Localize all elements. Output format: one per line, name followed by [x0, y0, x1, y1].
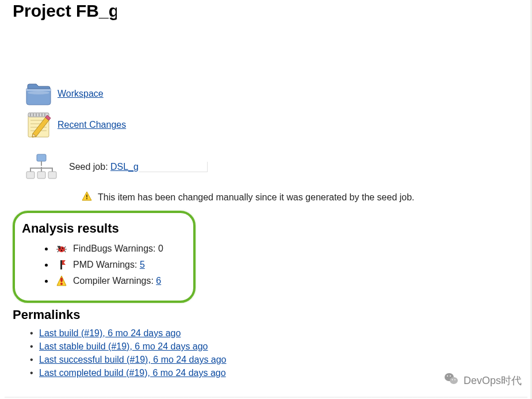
svg-point-21 [62, 248, 63, 249]
permalink-item: Last stable build (#19), 6 mo 24 days ag… [39, 341, 518, 352]
svg-point-0 [28, 91, 49, 94]
analysis-item-findbugs: FindBugs Warnings: 0 [45, 243, 183, 254]
page-title-text: Project FB_g [13, 1, 119, 20]
decorative-shadow [5, 397, 527, 398]
svg-rect-17 [86, 195, 87, 197]
permalinks-heading: Permalinks [13, 307, 518, 322]
notepad-icon [24, 111, 53, 139]
bullet-icon [45, 264, 48, 267]
findbugs-icon [56, 243, 67, 254]
title-redacted-mask [117, 3, 422, 21]
pmd-label: PMD Warnings: [73, 260, 140, 269]
analysis-list: FindBugs Warnings: 0 PMD Warnings: 5 [22, 243, 183, 287]
analysis-item-text: Compiler Warnings: 6 [73, 276, 161, 286]
compiler-icon [56, 275, 67, 287]
svg-rect-16 [48, 172, 56, 178]
analysis-item-text: FindBugs Warnings: 0 [73, 244, 163, 254]
analysis-item-pmd: PMD Warnings: 5 [45, 259, 183, 271]
pmd-icon [56, 259, 67, 271]
seed-warning-text: This item has been changed manually sinc… [98, 192, 415, 203]
seed-label-prefix: Seed job: [69, 162, 110, 172]
permalink-item: Last successful build (#19), 6 mo 24 day… [39, 355, 518, 365]
last-successful-build-link[interactable]: Last successful build (#19), 6 mo 24 day… [39, 355, 227, 364]
svg-point-22 [61, 250, 62, 251]
seed-job-link[interactable]: DSL_g [110, 162, 139, 172]
seed-link-redacted [139, 162, 208, 172]
recent-changes-link[interactable]: Recent Changes [58, 120, 126, 130]
bullet-icon [45, 280, 48, 283]
seed-warning-row: This item has been changed manually sinc… [24, 191, 518, 204]
wechat-icon [444, 372, 459, 389]
findbugs-label: FindBugs Warnings: [73, 244, 158, 253]
svg-point-25 [60, 278, 63, 282]
pmd-count-link[interactable]: 5 [140, 260, 145, 269]
svg-rect-15 [37, 172, 45, 178]
watermark: DevOps时代 [444, 372, 522, 389]
workspace-row: Workspace [13, 79, 518, 108]
compiler-label: Compiler Warnings: [73, 276, 156, 286]
last-stable-build-link[interactable]: Last stable build (#19), 6 mo 24 days ag… [39, 341, 208, 351]
analysis-item-compiler: Compiler Warnings: 6 [45, 275, 183, 287]
warning-triangle-icon [82, 191, 92, 204]
bullet-icon [45, 248, 48, 250]
seed-job-label: Seed job: DSL_g [69, 162, 208, 173]
svg-point-28 [450, 377, 458, 384]
svg-rect-14 [26, 172, 35, 178]
svg-rect-13 [37, 154, 46, 161]
findbugs-count: 0 [158, 244, 163, 253]
svg-rect-2 [28, 113, 49, 117]
svg-rect-18 [86, 198, 87, 199]
recent-changes-row: Recent Changes [13, 111, 518, 139]
watermark-text: DevOps时代 [464, 374, 522, 387]
svg-point-26 [60, 283, 63, 285]
svg-rect-24 [60, 260, 62, 269]
analysis-item-text: PMD Warnings: 5 [73, 260, 145, 270]
seed-job-section: Seed job: DSL_g This item has been chang… [13, 153, 518, 204]
last-build-link[interactable]: Last build (#19), 6 mo 24 days ago [39, 328, 181, 338]
hierarchy-icon [24, 153, 59, 181]
workspace-link[interactable]: Workspace [58, 89, 104, 99]
analysis-heading: Analysis results [22, 221, 183, 236]
folder-icon [24, 79, 53, 108]
svg-point-29 [447, 375, 448, 377]
svg-point-32 [454, 379, 456, 381]
analysis-results-box: Analysis results FindBugs Warnings: 0 [13, 211, 196, 303]
svg-point-30 [450, 375, 451, 377]
svg-point-31 [452, 379, 453, 381]
svg-point-20 [59, 248, 60, 249]
compiler-count-link[interactable]: 6 [156, 276, 161, 286]
permalink-item: Last build (#19), 6 mo 24 days ago [39, 328, 518, 339]
last-completed-build-link[interactable]: Last completed build (#19), 6 mo 24 days… [39, 368, 226, 378]
permalinks-list: Last build (#19), 6 mo 24 days ago Last … [13, 328, 518, 378]
page-title: Project FB_g [13, 0, 518, 38]
